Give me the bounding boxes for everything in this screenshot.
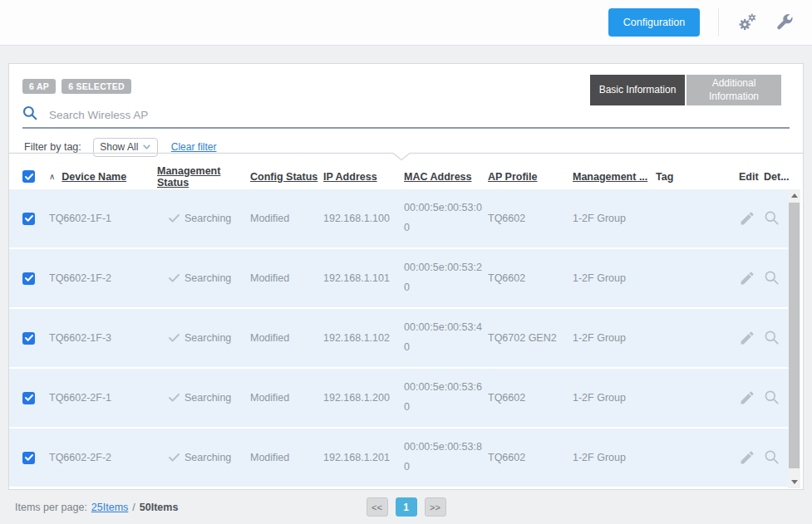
column-header-ip-address[interactable]: IP Address: [323, 171, 404, 183]
search-input[interactable]: [49, 109, 790, 121]
selected-count-badge: 6 SELECTED: [62, 79, 131, 94]
topbar-divider: [718, 8, 719, 37]
ip-address: 192.168.1.101: [323, 272, 404, 284]
management-status: Searching: [185, 272, 231, 284]
config-status: Modified: [250, 213, 323, 224]
select-all-checkbox[interactable]: [22, 170, 35, 183]
mac-address: 00:00:5e:00:53:40: [404, 318, 484, 358]
edit-pencil-icon[interactable]: [739, 449, 755, 466]
device-name: TQ6602-2F-2: [49, 452, 157, 463]
management-status: Searching: [185, 213, 231, 224]
row-checkbox[interactable]: [22, 213, 35, 225]
clear-filter-link[interactable]: Clear filter: [171, 141, 217, 153]
status-check-icon: [169, 214, 180, 223]
mac-address: 00:00:5e:00:53:60: [404, 378, 484, 418]
management-group: 1-2F Group: [573, 272, 656, 284]
mac-address: 00:00:5e:00:53:80: [404, 438, 484, 477]
top-bar: Configuration: [0, 0, 812, 46]
column-header-device-name[interactable]: Device Name: [62, 171, 126, 183]
config-status: Modified: [250, 392, 323, 404]
row-checkbox[interactable]: [22, 452, 35, 464]
ip-address: 192.168.1.201: [323, 452, 404, 463]
edit-pencil-icon[interactable]: [739, 330, 755, 346]
scrollbar-thumb[interactable]: [789, 203, 800, 468]
edit-pencil-icon[interactable]: [739, 270, 755, 286]
ap-profile: TQ6602: [488, 272, 573, 284]
management-status: Searching: [185, 392, 231, 404]
status-check-icon: [169, 394, 180, 402]
ap-profile: TQ6602: [488, 452, 573, 463]
settings-gears-icon[interactable]: [737, 12, 757, 32]
search-icon: [22, 105, 37, 124]
table-row[interactable]: TQ6602-1F-1 Searching Modified 192.168.1…: [9, 189, 788, 247]
management-group: 1-2F Group: [573, 213, 656, 224]
device-name: TQ6602-1F-3: [49, 332, 157, 344]
device-name: TQ6602-1F-2: [49, 272, 157, 284]
scroll-down-arrow[interactable]: [788, 476, 800, 488]
column-header-management-status[interactable]: Management Status: [157, 165, 250, 189]
badge-group: 6 AP 6 SELECTED: [22, 79, 131, 94]
management-group: 1-2F Group: [573, 332, 656, 344]
config-status: Modified: [250, 332, 323, 344]
scroll-up-arrow[interactable]: [788, 189, 800, 202]
column-header-tag: Tag: [656, 171, 739, 183]
chevron-down-icon: [143, 144, 150, 149]
management-status: Searching: [185, 332, 231, 344]
vertical-scrollbar[interactable]: [788, 189, 800, 488]
details-magnifier-icon[interactable]: [764, 210, 780, 227]
details-magnifier-icon[interactable]: [764, 330, 780, 346]
sort-ascending-icon[interactable]: ∧: [49, 172, 55, 181]
footer: Items per page: 25Items / 50Items << 1 >…: [0, 490, 812, 524]
column-header-details: Det...: [764, 171, 788, 183]
edit-pencil-icon[interactable]: [739, 389, 755, 406]
current-page-button[interactable]: 1: [396, 497, 417, 517]
next-page-button[interactable]: >>: [425, 497, 446, 517]
table-row[interactable]: TQ6602-2F-1 Searching Modified 192.168.1…: [9, 369, 788, 427]
table-body: TQ6602-1F-1 Searching Modified 192.168.1…: [9, 189, 788, 488]
row-checkbox[interactable]: [22, 392, 35, 404]
status-check-icon: [169, 453, 180, 462]
table-row[interactable]: TQ6602-2F-2 Searching Modified 192.168.1…: [9, 429, 788, 487]
configuration-button[interactable]: Configuration: [608, 8, 700, 37]
column-header-config-status[interactable]: Config Status: [250, 171, 323, 183]
search-underline: [22, 127, 790, 129]
wireless-ap-panel: 6 AP 6 SELECTED Basic Information Additi…: [8, 63, 804, 490]
ap-profile: TQ6702 GEN2: [488, 332, 573, 344]
details-magnifier-icon[interactable]: [764, 270, 780, 286]
management-group: 1-2F Group: [573, 392, 656, 404]
ap-profile: TQ6602: [488, 392, 573, 404]
config-status: Modified: [250, 452, 323, 463]
table-row[interactable]: TQ6602-1F-3 Searching Modified 192.168.1…: [9, 309, 788, 367]
wrench-icon[interactable]: [774, 12, 794, 32]
column-header-ap-profile[interactable]: AP Profile: [488, 171, 573, 183]
search-bar: [22, 104, 790, 125]
ip-address: 192.168.1.100: [323, 213, 404, 224]
collapse-notch-divider[interactable]: [9, 152, 803, 162]
additional-information-tab[interactable]: Additional Information: [687, 75, 781, 105]
filter-by-tag-label: Filter by tag:: [24, 141, 81, 153]
column-header-edit: Edit: [739, 171, 764, 183]
details-magnifier-icon[interactable]: [764, 449, 780, 466]
row-checkbox[interactable]: [22, 272, 35, 285]
ap-profile: TQ6602: [488, 213, 573, 224]
status-check-icon: [169, 334, 180, 342]
table-header: ∧ Device Name Management Status Config S…: [9, 164, 803, 189]
table-row[interactable]: TQ6602-1F-2 Searching Modified 192.168.1…: [9, 249, 788, 307]
column-header-management-group[interactable]: Management ...: [573, 171, 656, 183]
tag-filter-value: Show All: [100, 141, 138, 153]
device-name: TQ6602-2F-1: [49, 392, 157, 404]
mac-address: 00:00:5e:00:53:00: [404, 198, 484, 238]
previous-page-button[interactable]: <<: [367, 497, 388, 517]
column-header-mac-address[interactable]: MAC Address: [404, 171, 488, 183]
basic-information-tab[interactable]: Basic Information: [590, 75, 685, 105]
row-checkbox[interactable]: [22, 332, 35, 345]
details-magnifier-icon[interactable]: [764, 389, 780, 406]
device-name: TQ6602-1F-1: [49, 213, 157, 224]
config-status: Modified: [250, 272, 323, 284]
edit-pencil-icon[interactable]: [739, 210, 755, 227]
status-check-icon: [169, 274, 180, 282]
pagination: << 1 >>: [0, 497, 812, 517]
management-status: Searching: [185, 452, 231, 463]
info-view-toggle: Basic Information Additional Information: [590, 75, 781, 105]
ip-address: 192.168.1.200: [323, 392, 404, 404]
